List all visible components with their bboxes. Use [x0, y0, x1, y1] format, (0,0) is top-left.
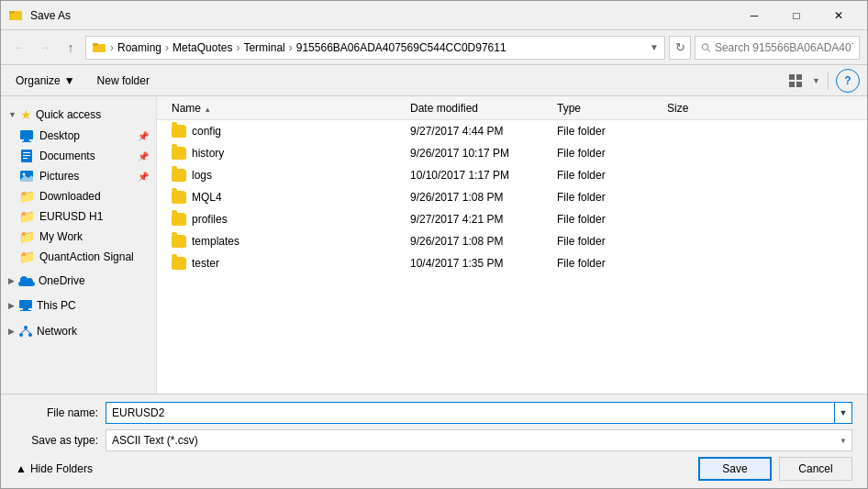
hide-folders-toggle[interactable]: ▲ Hide Folders	[16, 462, 93, 475]
table-row[interactable]: config 9/27/2017 4:44 PM File folder	[157, 120, 867, 142]
col-name-header[interactable]: Name ▲	[172, 102, 410, 115]
save-button[interactable]: Save	[698, 457, 772, 481]
onedrive-icon	[18, 274, 35, 287]
file-list-header: Name ▲ Date modified Type Size	[157, 96, 867, 120]
svg-rect-16	[23, 155, 30, 156]
col-size-header[interactable]: Size	[667, 102, 740, 115]
pictures-pin: 📌	[138, 172, 149, 182]
cancel-label: Cancel	[798, 462, 832, 475]
svg-rect-7	[789, 74, 795, 80]
thispc-chevron: ▶	[8, 301, 15, 310]
svg-rect-22	[23, 308, 28, 310]
cancel-button[interactable]: Cancel	[779, 457, 852, 481]
organize-label: Organize	[16, 74, 61, 87]
col-date-header[interactable]: Date modified	[410, 102, 557, 115]
row-type: File folder	[557, 213, 667, 226]
network-label: Network	[37, 325, 77, 338]
main-content: ▼ ★ Quick access Desktop 📌	[1, 96, 867, 394]
svg-rect-10	[796, 82, 802, 87]
onedrive-header[interactable]: ▶ OneDrive	[1, 271, 156, 291]
quantaction-icon: 📁	[19, 250, 34, 264]
new-folder-button[interactable]: New folder	[90, 69, 157, 93]
col-name-label: Name	[172, 102, 201, 115]
row-type: File folder	[557, 257, 667, 270]
table-row[interactable]: logs 10/10/2017 1:17 PM File folder	[157, 164, 867, 186]
sidebar-item-quantaction[interactable]: 📁 QuantAction Signal	[1, 247, 156, 267]
desktop-label: Desktop	[39, 129, 80, 142]
sidebar-item-pictures[interactable]: Pictures 📌	[1, 166, 156, 186]
col-size-label: Size	[667, 102, 688, 115]
col-type-header[interactable]: Type	[557, 102, 667, 115]
table-row[interactable]: profiles 9/27/2017 4:21 PM File folder	[157, 208, 867, 230]
svg-rect-21	[19, 300, 32, 308]
back-button[interactable]: ←	[8, 37, 30, 59]
pictures-label: Pictures	[39, 170, 79, 183]
desktop-pin: 📌	[138, 131, 149, 141]
folder-icon	[172, 191, 186, 204]
view-button[interactable]	[783, 69, 808, 93]
savetype-select-wrapper: ASCII Text (*.csv)	[106, 429, 852, 451]
filename-input[interactable]	[106, 402, 834, 424]
maximize-button[interactable]: □	[775, 1, 818, 30]
search-input[interactable]	[715, 41, 853, 54]
close-button[interactable]: ✕	[818, 1, 860, 30]
hide-folders-label: Hide Folders	[30, 462, 93, 475]
svg-line-28	[26, 329, 30, 333]
documents-icon	[19, 149, 34, 163]
path-guid: 915566BA06ADA407569C544CC0D97611	[296, 41, 506, 54]
row-name: tester	[172, 257, 410, 270]
folder-icon	[172, 213, 186, 226]
sidebar-item-mywork[interactable]: 📁 My Work	[1, 227, 156, 247]
table-row[interactable]: tester 10/4/2017 1:35 PM File folder	[157, 252, 867, 274]
row-date: 9/26/2017 1:08 PM	[410, 191, 557, 204]
file-rows-container: config 9/27/2017 4:44 PM File folder his…	[157, 120, 867, 274]
path-roaming: Roaming	[117, 41, 161, 54]
filename-input-wrapper: ▼	[106, 402, 852, 424]
filename-dropdown-button[interactable]: ▼	[834, 402, 852, 424]
thispc-header[interactable]: ▶ This PC	[1, 295, 156, 317]
svg-rect-2	[9, 11, 15, 14]
toolbar: Organize ▼ New folder ▼ ?	[1, 65, 867, 96]
title-bar: Save As ─ □ ✕	[1, 1, 867, 30]
path-terminal: Terminal	[243, 41, 284, 54]
up-button[interactable]: ↑	[60, 37, 82, 59]
svg-rect-23	[20, 310, 31, 311]
sidebar-item-documents[interactable]: Documents 📌	[1, 146, 156, 166]
network-header[interactable]: ▶ Network	[1, 320, 156, 342]
address-path[interactable]: › Roaming › MetaQuotes › Terminal › 9155…	[85, 36, 665, 60]
svg-rect-8	[796, 74, 802, 80]
onedrive-section: ▶ OneDrive	[1, 271, 156, 291]
help-button[interactable]: ?	[836, 69, 860, 93]
network-icon	[18, 324, 33, 339]
table-row[interactable]: history 9/26/2017 10:17 PM File folder	[157, 142, 867, 164]
view-icon	[788, 73, 803, 88]
downloaded-label: Downloaded	[39, 190, 101, 203]
minimize-button[interactable]: ─	[733, 1, 775, 30]
row-type: File folder	[557, 169, 667, 182]
folder-icon	[172, 147, 186, 160]
sidebar-item-eurusd[interactable]: 📁 EURUSD H1	[1, 206, 156, 227]
mywork-icon: 📁	[19, 229, 34, 244]
svg-rect-9	[789, 82, 795, 87]
window-title: Save As	[30, 9, 71, 22]
refresh-button[interactable]: ↻	[669, 36, 691, 60]
thispc-section: ▶ This PC	[1, 295, 156, 317]
forward-button[interactable]: →	[34, 37, 56, 59]
sidebar-item-downloaded[interactable]: 📁 Downloaded	[1, 186, 156, 206]
table-row[interactable]: MQL4 9/26/2017 1:08 PM File folder	[157, 186, 867, 208]
quick-access-header[interactable]: ▼ ★ Quick access	[1, 104, 156, 126]
sidebar-item-desktop[interactable]: Desktop 📌	[1, 126, 156, 146]
savetype-select[interactable]: ASCII Text (*.csv)	[106, 429, 852, 451]
network-section: ▶ Network	[1, 320, 156, 342]
organize-chevron: ▼	[64, 74, 75, 87]
svg-line-27	[21, 329, 26, 333]
organize-button[interactable]: Organize ▼	[8, 69, 83, 93]
search-box[interactable]	[695, 36, 860, 60]
row-name: MQL4	[172, 191, 410, 204]
row-date: 9/26/2017 1:08 PM	[410, 235, 557, 248]
row-type: File folder	[557, 235, 667, 248]
table-row[interactable]: templates 9/26/2017 1:08 PM File folder	[157, 230, 867, 252]
search-icon	[701, 42, 711, 53]
view-chevron: ▼	[812, 76, 820, 85]
eurusd-icon: 📁	[19, 209, 34, 224]
